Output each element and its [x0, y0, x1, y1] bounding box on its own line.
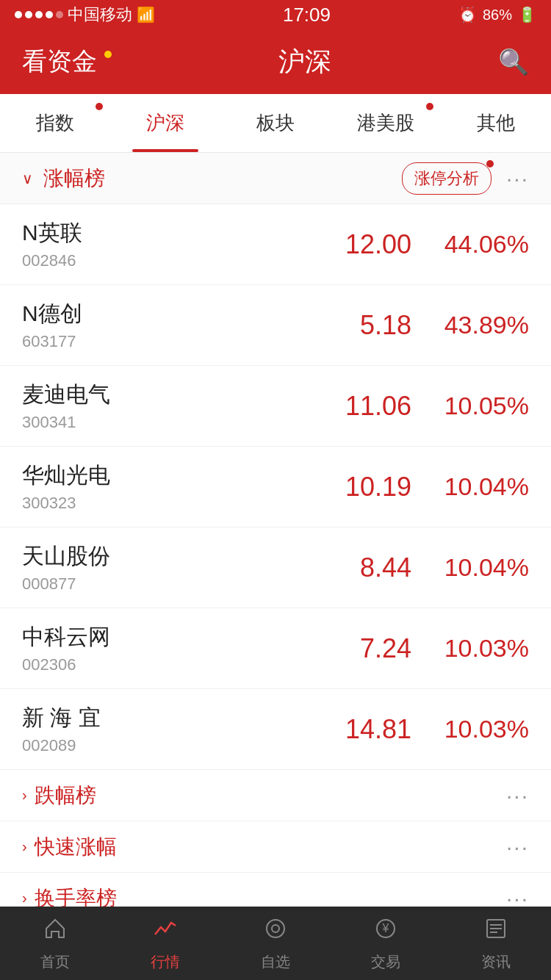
section-right-controls: 涨停分析 ··· [402, 162, 529, 195]
stock-change-5: 10.03% [411, 634, 529, 663]
status-time: 17:09 [283, 4, 331, 26]
status-bar: 中国移动 📶 17:09 ⏰ 86% 🔋 [0, 0, 551, 29]
nav-trade[interactable]: ¥ 交易 [331, 915, 441, 972]
tab-hkus-dot [426, 103, 433, 110]
stock-code-3: 300323 [22, 494, 294, 513]
chevron-right-icon-2: › [22, 890, 27, 907]
stock-change-6: 10.03% [411, 715, 529, 743]
decline-section[interactable]: › 跌幅榜 ··· [0, 770, 551, 821]
tab-sector[interactable]: 板块 [220, 94, 331, 152]
stock-info-6: 新 海 宜 002089 [22, 703, 294, 755]
carrier-label: 中国移动 [68, 4, 132, 26]
alarm-icon: ⏰ [458, 6, 477, 24]
stock-item-4[interactable]: 天山股份 000877 8.44 10.04% [0, 527, 551, 608]
stock-item-0[interactable]: N英联 002846 12.00 44.06% [0, 204, 551, 285]
stock-code-1: 603177 [22, 332, 294, 351]
stock-price-2: 11.06 [294, 391, 411, 422]
analysis-dot [486, 160, 494, 167]
stock-info-1: N德创 603177 [22, 299, 294, 351]
svg-point-1 [272, 925, 279, 932]
stock-code-0: 002846 [22, 251, 294, 270]
stock-price-0: 12.00 [294, 229, 411, 260]
chevron-down-icon: ∨ [22, 170, 33, 187]
header-left: 看资金 [22, 45, 112, 79]
stock-name-6: 新 海 宜 [22, 703, 294, 733]
stock-code-5: 002306 [22, 655, 294, 674]
stock-code-6: 002089 [22, 736, 294, 755]
svg-text:¥: ¥ [382, 922, 389, 934]
stock-name-0: N英联 [22, 218, 294, 248]
search-icon[interactable]: 🔍 [498, 47, 529, 76]
stock-change-4: 10.04% [411, 553, 529, 582]
svg-point-0 [267, 920, 284, 937]
stock-change-1: 43.89% [411, 311, 529, 339]
tab-bar: 指数 沪深 板块 港美股 其他 [0, 94, 551, 153]
stock-price-1: 5.18 [294, 310, 411, 341]
stock-price-6: 14.81 [294, 714, 411, 745]
stock-item-6[interactable]: 新 海 宜 002089 14.81 10.03% [0, 689, 551, 770]
nav-watchlist-label: 自选 [261, 952, 290, 972]
chevron-right-icon-0: › [22, 787, 27, 804]
stock-change-0: 44.06% [411, 230, 529, 259]
status-right: ⏰ 86% 🔋 [458, 6, 536, 24]
signal-dots [15, 11, 63, 18]
stock-item-5[interactable]: 中科云网 002306 7.24 10.03% [0, 608, 551, 689]
stock-name-2: 麦迪电气 [22, 380, 294, 410]
stock-info-0: N英联 002846 [22, 218, 294, 270]
header-title-left: 看资金 [22, 45, 97, 79]
trade-icon: ¥ [372, 915, 399, 948]
tab-indices[interactable]: 指数 [0, 94, 110, 152]
fast-rise-title: › 快速涨幅 [22, 833, 117, 861]
market-icon [152, 915, 179, 948]
stock-name-3: 华灿光电 [22, 461, 294, 491]
tab-shanghai[interactable]: 沪深 [110, 94, 220, 152]
nav-watchlist[interactable]: 自选 [220, 915, 331, 972]
analysis-button[interactable]: 涨停分析 [402, 162, 491, 195]
more-options-button[interactable]: ··· [506, 166, 529, 191]
chevron-right-icon-1: › [22, 838, 27, 855]
nav-home[interactable]: 首页 [0, 915, 110, 972]
stock-change-3: 10.04% [411, 472, 529, 501]
nav-market[interactable]: 行情 [110, 915, 220, 972]
stock-item-2[interactable]: 麦迪电气 300341 11.06 10.05% [0, 366, 551, 447]
status-left: 中国移动 📶 [15, 4, 155, 26]
nav-market-label: 行情 [151, 952, 180, 972]
nav-news-label: 资讯 [481, 952, 511, 972]
tab-other[interactable]: 其他 [441, 94, 551, 152]
tab-hkus[interactable]: 港美股 [331, 94, 441, 152]
app-header: 看资金 沪深 🔍 [0, 29, 551, 94]
gain-section-header: ∨ 涨幅榜 涨停分析 ··· [0, 153, 551, 204]
bottom-nav: 首页 行情 自选 ¥ 交易 [0, 907, 551, 980]
fast-rise-section[interactable]: › 快速涨幅 ··· [0, 821, 551, 873]
nav-trade-label: 交易 [371, 952, 400, 972]
nav-news[interactable]: 资讯 [441, 915, 551, 972]
stock-price-4: 8.44 [294, 552, 411, 583]
decline-title: › 跌幅榜 [22, 782, 96, 810]
wifi-icon: 📶 [137, 6, 155, 24]
stock-name-5: 中科云网 [22, 622, 294, 652]
stock-change-2: 10.05% [411, 392, 529, 420]
stock-item-3[interactable]: 华灿光电 300323 10.19 10.04% [0, 447, 551, 527]
header-title-center: 沪深 [278, 44, 331, 80]
stock-code-2: 300341 [22, 413, 294, 432]
stock-price-3: 10.19 [294, 472, 411, 502]
news-icon [483, 915, 509, 948]
stock-price-5: 7.24 [294, 633, 411, 664]
stock-name-1: N德创 [22, 299, 294, 329]
stock-info-3: 华灿光电 300323 [22, 461, 294, 513]
fast-rise-more-button[interactable]: ··· [506, 835, 529, 860]
stock-info-2: 麦迪电气 300341 [22, 380, 294, 432]
stock-list: N英联 002846 12.00 44.06% N德创 603177 5.18 … [0, 204, 551, 770]
header-dot [104, 51, 112, 58]
watchlist-icon [262, 915, 289, 948]
stock-info-5: 中科云网 002306 [22, 622, 294, 674]
stock-item-1[interactable]: N德创 603177 5.18 43.89% [0, 285, 551, 366]
gain-section-title[interactable]: ∨ 涨幅榜 [22, 165, 105, 192]
stock-info-4: 天山股份 000877 [22, 541, 294, 594]
battery-label: 86% [483, 7, 512, 24]
decline-more-button[interactable]: ··· [506, 783, 529, 808]
nav-home-label: 首页 [40, 952, 70, 972]
home-icon [42, 915, 68, 948]
tab-indices-dot [96, 103, 103, 110]
stock-name-4: 天山股份 [22, 541, 294, 572]
